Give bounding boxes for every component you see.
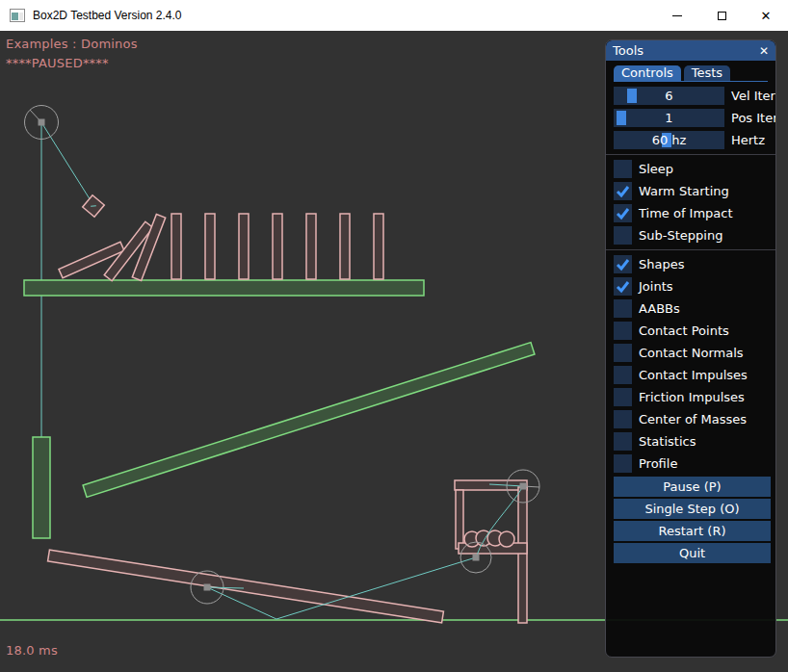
frame-time-label: 18.0 ms — [6, 643, 58, 658]
standing-domino — [306, 214, 316, 279]
cradle-ball — [499, 531, 514, 547]
example-label: Examples : Dominos — [6, 37, 138, 51]
restart-button[interactable]: Restart (R) — [614, 521, 771, 541]
quit-button[interactable]: Quit — [614, 543, 771, 563]
checkbox-label: Center of Masses — [639, 412, 747, 426]
single-step-button[interactable]: Single Step (O) — [614, 499, 771, 519]
checkbox-label: Time of Impact — [639, 206, 733, 220]
tools-panel-title: Tools — [613, 43, 644, 58]
checkmark-icon — [614, 277, 632, 296]
swinging-box — [83, 195, 105, 218]
checkbox-row-sub-stepping[interactable]: Sub-Stepping — [614, 226, 768, 245]
hertz-label: Hertz — [731, 133, 765, 147]
checkbox-row-contact-normals[interactable]: Contact Normals — [614, 344, 768, 362]
window-titlebar[interactable]: Box2D Testbed Version 2.4.0 ✕ — [0, 0, 788, 31]
tab-tests[interactable]: Tests — [684, 65, 730, 81]
standing-domino — [340, 214, 350, 279]
hertz-value: 60 hz — [614, 131, 724, 149]
checkbox[interactable] — [614, 344, 632, 362]
checkbox[interactable] — [614, 255, 632, 273]
separator — [606, 154, 775, 155]
standing-domino — [239, 214, 249, 279]
inclined-plank — [83, 343, 535, 498]
maximize-button[interactable] — [699, 0, 744, 31]
checkbox[interactable] — [614, 388, 632, 406]
checkbox-label: Contact Normals — [639, 346, 744, 360]
checkbox-label: Sub-Stepping — [639, 228, 722, 243]
checkbox[interactable] — [614, 432, 632, 451]
pos-iters-value: 1 — [614, 109, 724, 127]
vertical-plank — [33, 437, 50, 538]
minimize-icon — [672, 15, 682, 16]
checkbox-row-joints[interactable]: Joints — [614, 277, 768, 296]
paused-label: ****PAUSED**** — [6, 56, 109, 70]
maximize-icon — [718, 12, 726, 20]
tab-controls[interactable]: Controls — [614, 65, 681, 81]
checkbox[interactable] — [614, 454, 632, 473]
checkbox[interactable] — [614, 410, 632, 428]
slider-row-hertz: 60 hz Hertz — [614, 131, 768, 149]
vel-iters-value: 6 — [614, 87, 724, 105]
close-button[interactable]: ✕ — [744, 0, 788, 31]
checkbox[interactable] — [614, 160, 632, 178]
tools-panel-body: Controls Tests 6 Vel Iters 1 Pos Iters — [606, 61, 775, 563]
checkbox-row-center-of-masses[interactable]: Center of Masses — [614, 410, 768, 428]
checkbox[interactable] — [614, 299, 632, 318]
checkbox-row-sleep[interactable]: Sleep — [614, 160, 768, 178]
checkbox-row-aabbs[interactable]: AABBs — [614, 299, 768, 318]
checkbox-row-profile[interactable]: Profile — [614, 454, 768, 473]
minimize-button[interactable] — [655, 0, 699, 31]
checkbox-row-friction-impulses[interactable]: Friction Impulses — [614, 388, 768, 406]
panel-close-icon[interactable]: ✕ — [759, 44, 769, 58]
checkmark-icon — [614, 182, 632, 200]
close-icon: ✕ — [761, 10, 772, 22]
checkmark-icon — [614, 255, 632, 273]
bottom-plank — [48, 550, 444, 623]
checkbox[interactable] — [614, 182, 632, 200]
checkmark-icon — [614, 204, 632, 222]
standing-dominos — [171, 214, 383, 279]
standing-domino — [273, 214, 282, 279]
tools-panel-titlebar[interactable]: Tools ✕ — [606, 40, 775, 61]
pos-iters-label: Pos Iters — [731, 111, 776, 125]
checkbox-label: AABBs — [639, 301, 680, 316]
cradle-frame — [455, 480, 527, 623]
checkbox-row-statistics[interactable]: Statistics — [614, 432, 768, 451]
tab-bar: Controls Tests — [614, 65, 768, 82]
checkbox-label: Statistics — [639, 434, 696, 449]
checkbox-label: Contact Impulses — [639, 368, 748, 382]
standing-domino — [171, 214, 181, 279]
app-window: Box2D Testbed Version 2.4.0 ✕ — [0, 0, 788, 672]
checkbox-label: Sleep — [639, 162, 673, 176]
window-caption-buttons: ✕ — [655, 0, 788, 31]
tools-panel: Tools ✕ Controls Tests 6 Vel Iters 1 — [605, 39, 776, 658]
slider-row-pos-iters: 1 Pos Iters — [614, 109, 768, 127]
vel-iters-slider[interactable]: 6 — [614, 87, 724, 105]
checkbox-row-contact-impulses[interactable]: Contact Impulses — [614, 366, 768, 384]
vel-iters-label: Vel Iters — [731, 89, 776, 103]
checkbox-label: Profile — [639, 456, 677, 471]
checkbox-label: Friction Impulses — [639, 390, 745, 404]
domino-shelf — [24, 280, 424, 296]
window-title: Box2D Testbed Version 2.4.0 — [33, 9, 182, 22]
checkbox[interactable] — [614, 277, 632, 296]
checkbox-label: Warm Starting — [639, 184, 729, 198]
checkbox[interactable] — [614, 366, 632, 384]
checkbox-label: Shapes — [639, 257, 684, 271]
checkbox[interactable] — [614, 204, 632, 222]
slider-row-vel-iters: 6 Vel Iters — [614, 87, 768, 105]
pause-button[interactable]: Pause (P) — [614, 477, 771, 497]
pendulum-rope-diagonal — [41, 122, 93, 205]
separator — [606, 249, 775, 250]
pos-iters-slider[interactable]: 1 — [614, 109, 724, 127]
checkbox[interactable] — [614, 226, 632, 245]
checkbox-label: Joints — [639, 279, 673, 294]
checkbox-label: Contact Points — [639, 323, 729, 338]
checkbox-row-warm-starting[interactable]: Warm Starting — [614, 182, 768, 200]
standing-domino — [205, 214, 215, 279]
hertz-slider[interactable]: 60 hz — [614, 131, 724, 149]
checkbox-row-contact-points[interactable]: Contact Points — [614, 322, 768, 340]
checkbox[interactable] — [614, 322, 632, 340]
checkbox-row-time-of-impact[interactable]: Time of Impact — [614, 204, 768, 222]
checkbox-row-shapes[interactable]: Shapes — [614, 255, 768, 273]
